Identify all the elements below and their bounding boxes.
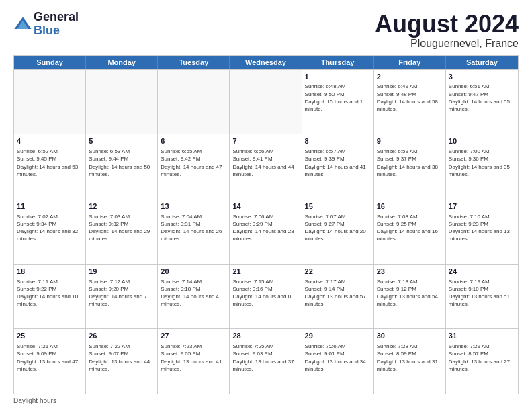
day-info-15: Sunrise: 7:07 AM Sunset: 9:27 PM Dayligh… (305, 213, 371, 243)
cal-cell-5-3: 27Sunrise: 7:23 AM Sunset: 9:05 PM Dayli… (158, 329, 230, 394)
day-info-27: Sunrise: 7:23 AM Sunset: 9:05 PM Dayligh… (161, 342, 226, 373)
cal-cell-1-3 (158, 70, 230, 134)
cal-cell-2-6: 9Sunrise: 6:59 AM Sunset: 9:37 PM Daylig… (374, 134, 446, 199)
cal-cell-3-1: 11Sunrise: 7:02 AM Sunset: 9:34 PM Dayli… (14, 199, 86, 264)
day-num-29: 29 (305, 331, 371, 341)
cal-row-3: 11Sunrise: 7:02 AM Sunset: 9:34 PM Dayli… (14, 199, 518, 264)
header-wednesday: Wednesday (230, 56, 302, 69)
day-info-26: Sunrise: 7:22 AM Sunset: 9:07 PM Dayligh… (89, 342, 154, 373)
header: General Blue August 2024 Plouguernevel, … (13, 11, 519, 50)
day-num-11: 11 (17, 201, 83, 212)
day-num-20: 20 (161, 267, 226, 277)
cal-cell-3-7: 17Sunrise: 7:10 AM Sunset: 9:23 PM Dayli… (446, 199, 518, 264)
cal-cell-3-4: 14Sunrise: 7:06 AM Sunset: 9:29 PM Dayli… (230, 199, 302, 264)
cal-cell-2-4: 7Sunrise: 6:56 AM Sunset: 9:41 PM Daylig… (230, 134, 302, 199)
header-saturday: Saturday (446, 56, 518, 69)
day-info-2: Sunrise: 6:49 AM Sunset: 9:48 PM Dayligh… (377, 83, 443, 113)
day-info-8: Sunrise: 6:57 AM Sunset: 9:39 PM Dayligh… (305, 148, 371, 178)
cal-cell-4-1: 18Sunrise: 7:11 AM Sunset: 9:22 PM Dayli… (14, 265, 86, 329)
cal-cell-5-2: 26Sunrise: 7:22 AM Sunset: 9:07 PM Dayli… (86, 329, 158, 394)
day-info-29: Sunrise: 7:26 AM Sunset: 9:01 PM Dayligh… (305, 342, 371, 373)
day-num-30: 30 (377, 331, 443, 341)
cal-cell-1-6: 2Sunrise: 6:49 AM Sunset: 9:48 PM Daylig… (374, 70, 446, 134)
cal-cell-3-6: 16Sunrise: 7:08 AM Sunset: 9:25 PM Dayli… (374, 199, 446, 264)
day-info-5: Sunrise: 6:53 AM Sunset: 9:44 PM Dayligh… (89, 148, 154, 178)
day-info-19: Sunrise: 7:12 AM Sunset: 9:20 PM Dayligh… (89, 278, 154, 308)
cal-cell-4-6: 23Sunrise: 7:18 AM Sunset: 9:12 PM Dayli… (374, 265, 446, 329)
cal-cell-3-3: 13Sunrise: 7:04 AM Sunset: 9:31 PM Dayli… (158, 199, 230, 264)
day-info-23: Sunrise: 7:18 AM Sunset: 9:12 PM Dayligh… (377, 278, 443, 308)
header-tuesday: Tuesday (158, 56, 230, 69)
cal-cell-2-1: 4Sunrise: 6:52 AM Sunset: 9:45 PM Daylig… (14, 134, 86, 199)
calendar-header: Sunday Monday Tuesday Wednesday Thursday… (14, 56, 518, 69)
day-info-6: Sunrise: 6:55 AM Sunset: 9:42 PM Dayligh… (161, 148, 226, 178)
cal-cell-3-2: 12Sunrise: 7:03 AM Sunset: 9:32 PM Dayli… (86, 199, 158, 264)
day-info-9: Sunrise: 6:59 AM Sunset: 9:37 PM Dayligh… (377, 148, 443, 178)
day-num-31: 31 (449, 331, 515, 341)
logo-icon (13, 15, 32, 34)
day-num-23: 23 (377, 267, 443, 277)
cal-cell-1-1 (14, 70, 86, 134)
day-num-28: 28 (232, 331, 298, 341)
day-info-10: Sunrise: 7:00 AM Sunset: 9:36 PM Dayligh… (449, 148, 515, 178)
cal-cell-3-5: 15Sunrise: 7:07 AM Sunset: 9:27 PM Dayli… (302, 199, 374, 264)
day-info-13: Sunrise: 7:04 AM Sunset: 9:31 PM Dayligh… (161, 213, 226, 243)
title-block: August 2024 Plouguernevel, France (375, 11, 519, 50)
footer-note: Daylight hours (13, 397, 519, 404)
day-num-7: 7 (232, 136, 298, 146)
day-info-21: Sunrise: 7:15 AM Sunset: 9:16 PM Dayligh… (232, 278, 298, 308)
header-sunday: Sunday (14, 56, 86, 69)
day-num-8: 8 (305, 136, 371, 146)
cal-cell-4-3: 20Sunrise: 7:14 AM Sunset: 9:18 PM Dayli… (158, 265, 230, 329)
day-num-4: 4 (17, 136, 83, 146)
calendar: Sunday Monday Tuesday Wednesday Thursday… (13, 55, 519, 394)
cal-cell-5-1: 25Sunrise: 7:21 AM Sunset: 9:09 PM Dayli… (14, 329, 86, 394)
day-info-25: Sunrise: 7:21 AM Sunset: 9:09 PM Dayligh… (17, 342, 83, 373)
header-thursday: Thursday (302, 56, 374, 69)
day-num-26: 26 (89, 331, 154, 341)
day-info-11: Sunrise: 7:02 AM Sunset: 9:34 PM Dayligh… (17, 213, 83, 243)
cal-cell-5-4: 28Sunrise: 7:25 AM Sunset: 9:03 PM Dayli… (230, 329, 302, 394)
logo: General Blue (13, 11, 79, 38)
day-info-31: Sunrise: 7:29 AM Sunset: 8:57 PM Dayligh… (449, 342, 515, 373)
day-info-24: Sunrise: 7:19 AM Sunset: 9:10 PM Dayligh… (449, 278, 515, 308)
day-num-22: 22 (305, 267, 371, 277)
day-num-3: 3 (449, 72, 515, 82)
cal-row-2: 4Sunrise: 6:52 AM Sunset: 9:45 PM Daylig… (14, 134, 518, 199)
calendar-body: 1Sunrise: 6:48 AM Sunset: 9:50 PM Daylig… (14, 69, 518, 394)
day-num-27: 27 (161, 331, 226, 341)
day-info-22: Sunrise: 7:17 AM Sunset: 9:14 PM Dayligh… (305, 278, 371, 308)
day-info-3: Sunrise: 6:51 AM Sunset: 9:47 PM Dayligh… (449, 83, 515, 113)
header-monday: Monday (86, 56, 158, 69)
day-num-9: 9 (377, 136, 443, 146)
cal-row-1: 1Sunrise: 6:48 AM Sunset: 9:50 PM Daylig… (14, 69, 518, 134)
cal-cell-1-4 (230, 70, 302, 134)
cal-row-4: 18Sunrise: 7:11 AM Sunset: 9:22 PM Dayli… (14, 264, 518, 329)
day-num-12: 12 (89, 201, 154, 212)
day-info-28: Sunrise: 7:25 AM Sunset: 9:03 PM Dayligh… (232, 342, 298, 373)
day-info-16: Sunrise: 7:08 AM Sunset: 9:25 PM Dayligh… (377, 213, 443, 243)
day-num-14: 14 (232, 201, 298, 212)
cal-cell-1-7: 3Sunrise: 6:51 AM Sunset: 9:47 PM Daylig… (446, 70, 518, 134)
day-num-16: 16 (377, 201, 443, 212)
day-info-1: Sunrise: 6:48 AM Sunset: 9:50 PM Dayligh… (305, 83, 371, 113)
month-year: August 2024 (375, 11, 519, 38)
page: General Blue August 2024 Plouguernevel, … (0, 0, 532, 411)
day-num-18: 18 (17, 267, 83, 277)
cal-cell-5-5: 29Sunrise: 7:26 AM Sunset: 9:01 PM Dayli… (302, 329, 374, 394)
day-num-15: 15 (305, 201, 371, 212)
location: Plouguernevel, France (375, 38, 519, 50)
cal-cell-4-4: 21Sunrise: 7:15 AM Sunset: 9:16 PM Dayli… (230, 265, 302, 329)
day-num-13: 13 (161, 201, 226, 212)
day-num-6: 6 (161, 136, 226, 146)
day-info-7: Sunrise: 6:56 AM Sunset: 9:41 PM Dayligh… (232, 148, 298, 178)
day-info-17: Sunrise: 7:10 AM Sunset: 9:23 PM Dayligh… (449, 213, 515, 243)
day-info-14: Sunrise: 7:06 AM Sunset: 9:29 PM Dayligh… (232, 213, 298, 243)
day-num-5: 5 (89, 136, 154, 146)
cal-cell-4-5: 22Sunrise: 7:17 AM Sunset: 9:14 PM Dayli… (302, 265, 374, 329)
day-info-18: Sunrise: 7:11 AM Sunset: 9:22 PM Dayligh… (17, 278, 83, 308)
cal-cell-4-2: 19Sunrise: 7:12 AM Sunset: 9:20 PM Dayli… (86, 265, 158, 329)
day-num-1: 1 (305, 72, 371, 82)
day-num-17: 17 (449, 201, 515, 212)
day-info-4: Sunrise: 6:52 AM Sunset: 9:45 PM Dayligh… (17, 148, 83, 178)
